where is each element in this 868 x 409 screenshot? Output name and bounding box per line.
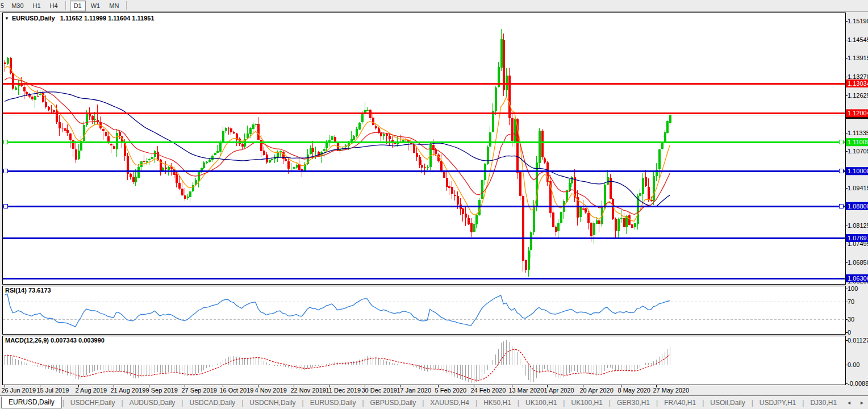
timeframe-toolbar: 5M30H1H4D1W1MN [0, 0, 868, 12]
chart-tab-hk50-h1-8[interactable]: HK50,H1 [478, 398, 517, 408]
tab-separator: | [122, 399, 123, 407]
svg-text:2 Aug 2019: 2 Aug 2019 [76, 387, 107, 394]
chart-tab-usdcad-daily-3[interactable]: USDCAD,Daily [183, 398, 241, 408]
chart-tab-eurusd-daily-0[interactable]: EURUSD,Daily [1, 397, 62, 408]
tab-separator: | [802, 399, 804, 407]
tab-separator: | [656, 399, 658, 407]
tab-separator: | [62, 399, 64, 407]
chart-canvas[interactable]: 1.151901.145451.139151.132701.126251.113… [0, 0, 868, 409]
chart-title: ▼EURUSD,Daily1.11652 1.11999 1.11604 1.1… [5, 15, 155, 22]
chart-tab-gbpusd-daily-6[interactable]: GBPUSD,Daily [365, 398, 422, 408]
svg-text:8 May 2020: 8 May 2020 [618, 387, 650, 394]
chevron-down-icon[interactable]: ▼ [5, 16, 9, 21]
chart-tab-uk100-h1-10[interactable]: UK100,H1 [565, 398, 608, 408]
chart-tab-usoil-daily-13[interactable]: USOil,Daily [704, 398, 750, 408]
tab-scroll-right-icon[interactable]: ► [856, 400, 868, 406]
chart-tab-xauusd-h4-7[interactable]: XAUUSD,H4 [424, 398, 475, 408]
svg-text:1.11009: 1.11009 [848, 139, 868, 145]
chart-ohlc-values: 1.11652 1.11999 1.11604 1.11951 [60, 15, 155, 22]
timeframe-button-mn[interactable]: MN [105, 1, 123, 11]
tab-separator: | [752, 399, 753, 407]
chart-tab-fra40-h1-12[interactable]: FRA40,H1 [658, 398, 702, 408]
svg-text:11 Dec 2019: 11 Dec 2019 [326, 387, 361, 394]
line-anchor-handle[interactable] [840, 204, 844, 208]
svg-text:0: 0 [848, 329, 851, 336]
trading-terminal-window: 1.151901.145451.139151.132701.126251.113… [0, 0, 868, 409]
timeframe-button-w1[interactable]: W1 [87, 1, 105, 11]
line-anchor-handle[interactable] [4, 169, 8, 173]
svg-text:9 Sep 2019: 9 Sep 2019 [146, 387, 178, 394]
chart-symbol-label: EURUSD,Daily [12, 15, 55, 22]
svg-text:1.06850: 1.06850 [848, 259, 868, 266]
svg-text:30: 30 [848, 316, 854, 323]
svg-text:1.13270: 1.13270 [848, 73, 868, 80]
rsi-panel[interactable] [3, 286, 846, 335]
tab-separator: | [563, 399, 565, 407]
tab-separator: | [609, 399, 611, 407]
svg-text:100: 100 [848, 285, 858, 292]
svg-text:1.06306: 1.06306 [848, 275, 868, 282]
chart-tab-bar: EURUSD,Daily|USDCHF,Daily|AUDUSD,Daily|U… [0, 395, 868, 409]
chart-tab-usdcnh-daily-4[interactable]: USDCNH,Daily [244, 398, 301, 408]
svg-text:21 Aug 2019: 21 Aug 2019 [111, 387, 146, 394]
line-anchor-handle[interactable] [4, 140, 8, 144]
timeframe-button-h1[interactable]: H1 [29, 1, 45, 11]
svg-text:1.12625: 1.12625 [848, 92, 868, 99]
timeframe-button-d1[interactable]: D1 [70, 1, 86, 11]
svg-text:16 Oct 2019: 16 Oct 2019 [220, 387, 254, 394]
chart-tab-usdjpy-h1-14[interactable]: USDJPY,H1 [754, 398, 802, 408]
tab-separator: | [241, 399, 243, 407]
svg-text:20 Apr 2020: 20 Apr 2020 [580, 387, 614, 394]
tab-separator: | [302, 399, 304, 407]
timeframe-button-m30[interactable]: M30 [7, 1, 27, 11]
svg-text:1.12004: 1.12004 [848, 110, 868, 116]
svg-text:1.14545: 1.14545 [848, 36, 868, 43]
svg-text:1.09415: 1.09415 [848, 185, 868, 191]
tab-separator: | [702, 399, 704, 407]
rsi-indicator-label: RSI(14) 73.6173 [5, 287, 51, 294]
svg-text:0.00: 0.00 [848, 361, 859, 368]
svg-text:1.13034: 1.13034 [848, 80, 868, 87]
chart-tab-uk100-h1-9[interactable]: UK100,H1 [520, 398, 562, 408]
svg-text:70: 70 [848, 298, 854, 305]
svg-text:1.10008: 1.10008 [848, 168, 868, 174]
macd-panel[interactable] [3, 336, 846, 385]
chart-tab-eurusd-daily-5[interactable]: EURUSD,Daily [304, 398, 362, 408]
date-axis: 26 Jun 201915 Jul 20192 Aug 201921 Aug 2… [2, 385, 690, 394]
line-anchor-handle[interactable] [840, 140, 844, 144]
line-anchor-handle[interactable] [840, 169, 844, 173]
svg-text:1.13915: 1.13915 [848, 55, 868, 61]
timeframe-button-5[interactable]: 5 [0, 1, 6, 11]
tab-separator: | [422, 399, 424, 407]
svg-text:24 Feb 2020: 24 Feb 2020 [471, 387, 506, 394]
svg-text:1.15190: 1.15190 [848, 18, 868, 24]
svg-text:15 Jul 2019: 15 Jul 2019 [37, 387, 69, 394]
tab-separator: | [518, 399, 519, 407]
macd-indicator-label: MACD(12,26,9) 0.007343 0.003990 [5, 337, 105, 344]
svg-text:30 Dec 2019: 30 Dec 2019 [362, 387, 397, 394]
chart-tab-usdchf-daily-1[interactable]: USDCHF,Daily [65, 398, 121, 408]
line-anchor-handle[interactable] [4, 204, 8, 208]
tab-scroll-left-icon[interactable]: ◄ [842, 400, 856, 406]
svg-text:5 Feb 2020: 5 Feb 2020 [435, 387, 467, 394]
toolbar-separator [126, 1, 127, 10]
svg-text:0.011277: 0.011277 [848, 337, 868, 344]
chart-tab-audusd-daily-2[interactable]: AUDUSD,Daily [124, 398, 181, 408]
svg-text:1.08800: 1.08800 [848, 203, 868, 210]
svg-text:17 Jan 2020: 17 Jan 2020 [397, 387, 432, 394]
timeframe-button-h4[interactable]: H4 [46, 1, 62, 11]
chart-tab-dj30-h1-15[interactable]: DJ30,H1 [804, 398, 842, 408]
svg-text:27 May 2020: 27 May 2020 [653, 387, 690, 394]
chart-tab-ger30-h1-11[interactable]: GER30,H1 [611, 398, 656, 408]
price-panel[interactable] [3, 13, 846, 285]
svg-text:1 Apr 2020: 1 Apr 2020 [544, 387, 574, 394]
svg-text:4 Nov 2019: 4 Nov 2019 [255, 387, 287, 394]
price-axis: 1.151901.145451.139151.132701.126251.113… [845, 18, 868, 285]
svg-text:1.10705: 1.10705 [848, 148, 868, 155]
toolbar-separator [65, 1, 66, 10]
svg-text:22 Nov 2019: 22 Nov 2019 [291, 387, 326, 394]
tab-separator: | [475, 399, 477, 407]
svg-text:1.07697: 1.07697 [848, 235, 868, 241]
svg-text:-0.00884: -0.00884 [848, 380, 868, 387]
tab-separator: | [362, 399, 364, 407]
